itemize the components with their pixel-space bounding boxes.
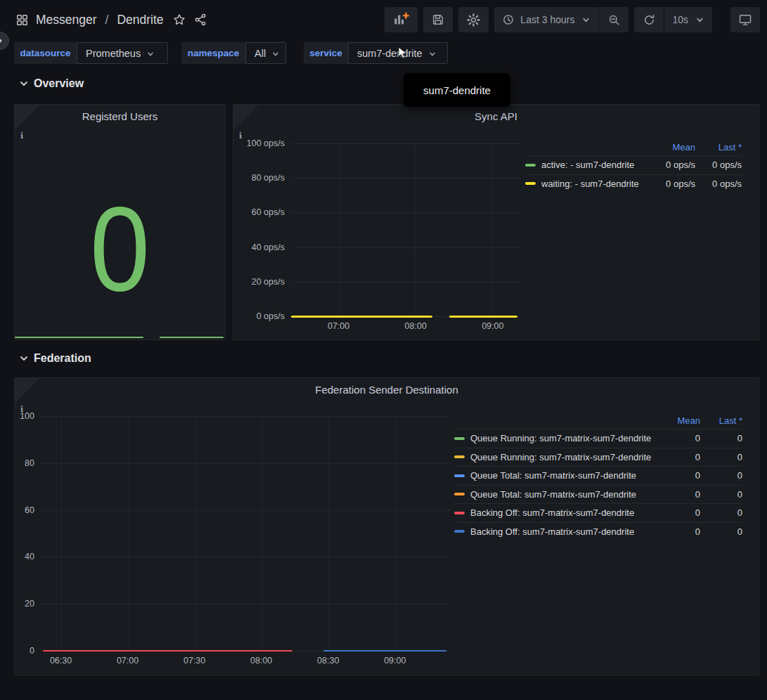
legend-series-label[interactable]: Queue Running: sum7-matrix-sum7-dendrite <box>470 452 668 462</box>
grid-line-vertical <box>395 416 396 651</box>
add-panel-button[interactable] <box>385 7 418 32</box>
x-axis-tick-label: 08:00 <box>250 656 272 666</box>
sparkline-segment <box>160 337 224 338</box>
legend-last-value: 0 <box>700 452 742 462</box>
grid-line-horizontal <box>291 247 521 248</box>
cycle-view-mode-button[interactable] <box>730 7 760 32</box>
zoom-out-time-button[interactable] <box>599 7 629 32</box>
legend-sort-last[interactable]: Last * <box>700 415 742 426</box>
grid-line-horizontal <box>291 212 521 213</box>
refresh-icon <box>643 13 656 27</box>
time-range-picker[interactable]: Last 3 hours <box>494 7 598 32</box>
info-icon: i <box>239 131 242 141</box>
variable-namespace: namespace All <box>181 42 286 64</box>
legend-series-label[interactable]: active: - sum7-dendrite <box>541 160 646 170</box>
panel-title-federation-sender-destination[interactable]: Federation Sender Destination <box>15 384 759 396</box>
section-row-overview[interactable]: Overview <box>20 77 84 90</box>
dashboard-settings-button[interactable] <box>458 7 489 32</box>
legend-series-label[interactable]: Queue Total: sum7-matrix-sum7-dendrite <box>470 489 668 500</box>
section-row-federation[interactable]: Federation <box>20 352 91 365</box>
section-title-federation: Federation <box>34 352 91 365</box>
legend-mean-value: 0 <box>668 507 700 518</box>
variable-value-namespace[interactable]: All <box>245 42 286 64</box>
y-axis-tick-label: 40 <box>25 552 34 562</box>
legend-series-label[interactable]: Queue Total: sum7-matrix-sum7-dendrite <box>470 470 668 481</box>
x-axis-tick-label: 09:00 <box>482 321 503 331</box>
legend-series-label[interactable]: Backing Off: sum7-matrix-sum7-dendrite <box>470 526 668 537</box>
y-axis-tick-label: 60 ops/s <box>252 207 285 217</box>
zoom-out-icon <box>607 13 621 27</box>
variable-service: service sum7-dendrite <box>304 42 448 64</box>
clock-icon <box>502 13 515 26</box>
legend-color-dash <box>454 493 465 495</box>
breadcrumb-dashboard[interactable]: Dendrite <box>117 13 163 27</box>
legend-mean-value: 0 <box>668 470 700 481</box>
x-axis-tick-label: 07:00 <box>328 321 349 331</box>
time-picker-group: Last 3 hours <box>494 7 629 32</box>
gear-icon <box>466 13 481 27</box>
grid-line-vertical <box>339 143 340 316</box>
legend-last-value: 0 <box>700 489 742 500</box>
sync-api-legend: MeanLast *active: - sum7-dendrite0 ops/s… <box>525 138 742 193</box>
x-axis-tick-label: 08:30 <box>317 656 339 666</box>
breadcrumb-folder[interactable]: Messenger <box>36 13 97 27</box>
legend-header-row: MeanLast * <box>525 138 742 155</box>
legend-mean-value: 0 ops/s <box>646 179 695 189</box>
legend-row: Queue Total: sum7-matrix-sum7-dendrite00 <box>454 485 742 504</box>
legend-color-dash <box>525 182 536 185</box>
legend-color-dash <box>454 512 465 514</box>
sparkline-segment <box>15 337 143 338</box>
chevron-down-icon <box>581 15 591 25</box>
federation-legend: MeanLast *Queue Running: sum7-matrix-sum… <box>454 412 742 540</box>
series-line <box>323 650 446 652</box>
variable-label-datasource: datasource <box>14 42 77 64</box>
save-icon <box>431 13 445 27</box>
legend-color-dash <box>454 437 465 440</box>
monitor-icon <box>738 13 752 27</box>
refresh-interval-label: 10s <box>672 14 688 25</box>
refresh-group: 10s <box>634 7 712 32</box>
y-axis-tick-label: 60 <box>25 505 34 515</box>
y-axis-tick-label: 0 ops/s <box>257 311 285 321</box>
legend-sort-mean[interactable]: Mean <box>668 415 700 426</box>
legend-color-dash <box>454 455 465 458</box>
grid-line-vertical <box>61 416 62 651</box>
legend-mean-value: 0 <box>668 433 700 443</box>
refresh-interval-dropdown[interactable]: 10s <box>664 7 712 32</box>
grid-line-vertical <box>262 416 262 651</box>
grid-line-horizontal <box>41 463 451 464</box>
series-line <box>291 316 432 318</box>
dashboards-grid-icon[interactable] <box>15 13 29 27</box>
stat-sparkline <box>15 335 225 338</box>
variable-datasource: datasource Prometheus <box>14 42 168 64</box>
legend-sort-mean[interactable]: Mean <box>646 142 695 153</box>
legend-series-label[interactable]: Queue Running: sum7-matrix-sum7-dendrite <box>470 433 668 443</box>
x-axis-tick-label: 07:00 <box>117 656 138 666</box>
legend-color-dash <box>454 474 465 477</box>
legend-last-value: 0 ops/s <box>695 160 742 170</box>
legend-row: Queue Running: sum7-matrix-sum7-dendrite… <box>454 429 742 448</box>
grid-line-horizontal <box>41 510 451 511</box>
refresh-button[interactable] <box>634 7 664 32</box>
grid-line-horizontal <box>291 282 521 283</box>
legend-color-dash <box>525 164 536 167</box>
variable-value-datasource[interactable]: Prometheus <box>77 42 168 64</box>
panel-title-sync-api[interactable]: Sync API <box>233 110 759 122</box>
grid-line-vertical <box>415 143 416 316</box>
share-icon[interactable] <box>193 13 207 27</box>
grid-line-horizontal <box>291 178 521 179</box>
y-axis-tick-label: 100 <box>20 411 34 421</box>
star-icon[interactable] <box>172 13 186 27</box>
y-axis-tick-label: 0 <box>30 646 34 656</box>
chevron-down-icon <box>271 50 280 58</box>
legend-mean-value: 0 <box>668 452 700 462</box>
legend-row: Queue Running: sum7-matrix-sum7-dendrite… <box>454 448 742 467</box>
legend-series-label[interactable]: waiting: - sum7-dendrite <box>541 179 646 189</box>
legend-row: waiting: - sum7-dendrite0 ops/s0 ops/s <box>525 174 742 193</box>
chevron-down-icon <box>146 50 155 58</box>
save-dashboard-button[interactable] <box>423 7 453 32</box>
legend-sort-last[interactable]: Last * <box>695 142 742 153</box>
legend-header-row: MeanLast * <box>454 412 742 429</box>
panel-title-registered-users[interactable]: Registerd Users <box>15 110 225 122</box>
legend-series-label[interactable]: Backing Off: sum7-matrix-sum7-dendrite <box>470 507 668 518</box>
